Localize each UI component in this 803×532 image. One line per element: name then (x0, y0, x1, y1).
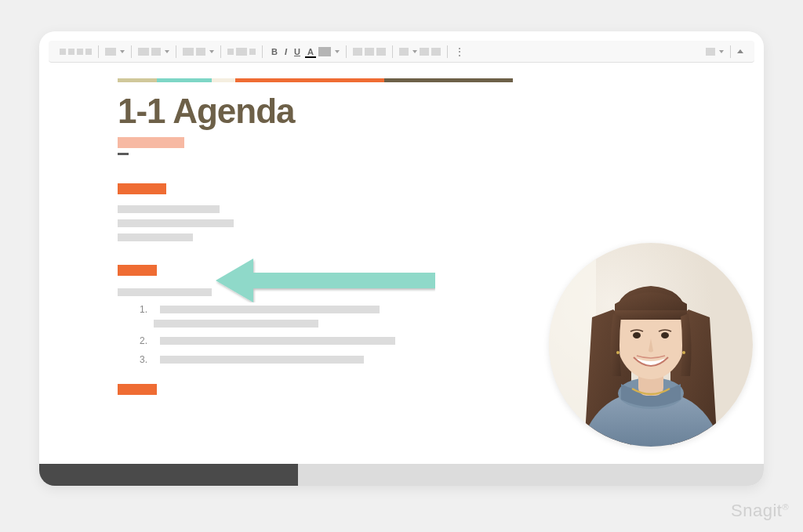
header-color-stripe (118, 78, 513, 82)
body-text-placeholder[interactable] (118, 233, 193, 241)
body-text-placeholder[interactable] (118, 288, 212, 296)
bold-button[interactable]: B (269, 47, 280, 56)
toolbar-group-font[interactable] (180, 48, 217, 56)
redo-icon[interactable] (68, 49, 74, 55)
toolbar-separator (392, 45, 393, 58)
toolbar-separator (447, 45, 448, 58)
body-text-placeholder[interactable] (118, 205, 220, 213)
font-select[interactable] (183, 48, 194, 56)
zoom-value[interactable] (105, 48, 116, 56)
style-select-2[interactable] (151, 48, 161, 56)
chevron-down-icon[interactable] (335, 50, 340, 53)
toolbar-group-zoom[interactable] (102, 48, 128, 56)
stripe-segment (118, 78, 157, 82)
chevron-down-icon[interactable] (719, 50, 724, 53)
image-icon[interactable] (376, 48, 386, 56)
align-icon[interactable] (399, 48, 409, 56)
stripe-segment (157, 78, 212, 82)
decrease-size-icon[interactable] (227, 49, 234, 55)
link-icon[interactable] (353, 48, 362, 56)
font-size-value[interactable] (236, 48, 247, 56)
italic-button[interactable]: I (282, 47, 289, 56)
list-icon[interactable] (431, 48, 441, 56)
chevron-down-icon[interactable] (165, 50, 169, 53)
svg-rect-5 (615, 310, 687, 320)
person-avatar-illustration (549, 243, 753, 447)
print-icon[interactable] (77, 49, 83, 55)
section-heading-placeholder[interactable] (118, 183, 166, 194)
font-color-button[interactable]: A (305, 47, 316, 56)
stripe-segment (235, 78, 384, 82)
svg-point-9 (682, 351, 685, 354)
highlighted-subtitle-placeholder[interactable] (118, 137, 184, 148)
toolbar-separator (730, 45, 731, 58)
line-spacing-icon[interactable] (420, 48, 429, 56)
font-select-2[interactable] (196, 48, 205, 56)
svg-point-7 (661, 332, 669, 338)
stripe-segment (384, 78, 513, 82)
toolbar-separator (98, 45, 99, 58)
svg-point-6 (633, 332, 641, 338)
list-number: 2. (140, 335, 152, 346)
font-color-label: A (307, 47, 314, 56)
underline-button[interactable]: U (292, 47, 303, 56)
toolbar-group-insert[interactable] (350, 48, 389, 56)
window-status-bar-accent (39, 464, 298, 486)
svg-point-8 (616, 351, 620, 354)
section-heading-placeholder[interactable] (118, 265, 157, 276)
list-text-placeholder (160, 306, 380, 313)
toolbar-separator (220, 45, 221, 58)
snagit-watermark: Snagit® (731, 501, 789, 521)
toolbar-separator (176, 45, 176, 58)
document-title[interactable]: 1-1 Agenda (118, 92, 764, 131)
undo-icon[interactable] (60, 49, 66, 55)
toolbar-group-align[interactable] (396, 48, 444, 56)
watermark-text: Snagit (731, 501, 782, 520)
toolbar-separator (262, 45, 263, 58)
toolbar-separator (131, 45, 132, 58)
toolbar-separator (346, 45, 347, 58)
chevron-down-icon[interactable] (209, 50, 214, 53)
toolbar-group-undo[interactable] (56, 49, 95, 55)
chevron-up-icon (737, 49, 743, 53)
divider-dash (118, 153, 129, 155)
registered-symbol: ® (782, 502, 789, 512)
body-text-placeholder[interactable] (118, 219, 234, 227)
chevron-down-icon[interactable] (412, 50, 417, 53)
highlight-color-button[interactable] (318, 47, 331, 56)
toolbar-group-format: B I U A (266, 47, 343, 56)
list-number: 3. (140, 354, 152, 365)
webcam-avatar-overlay (549, 243, 753, 447)
increase-size-icon[interactable] (249, 49, 256, 55)
comment-icon[interactable] (365, 48, 374, 56)
paint-format-icon[interactable] (85, 49, 92, 55)
toolbar-group-styles[interactable] (135, 48, 173, 56)
section-heading-placeholder[interactable] (118, 384, 157, 395)
list-text-placeholder (160, 337, 395, 345)
more-tools-button[interactable]: ⋮ (451, 45, 468, 58)
stripe-segment (212, 78, 235, 82)
list-number: 1. (140, 304, 152, 315)
style-select[interactable] (138, 48, 149, 56)
toolbar-group-editing[interactable] (703, 48, 727, 56)
toolbar-group-size[interactable] (224, 48, 259, 56)
font-color-swatch (305, 56, 316, 58)
list-text-placeholder (160, 356, 364, 364)
editing-mode-icon[interactable] (706, 48, 715, 56)
formatting-toolbar: B I U A ⋮ (49, 41, 754, 63)
collapse-toolbar-button[interactable] (734, 49, 747, 53)
chevron-down-icon[interactable] (120, 50, 125, 53)
list-text-placeholder (154, 320, 318, 328)
